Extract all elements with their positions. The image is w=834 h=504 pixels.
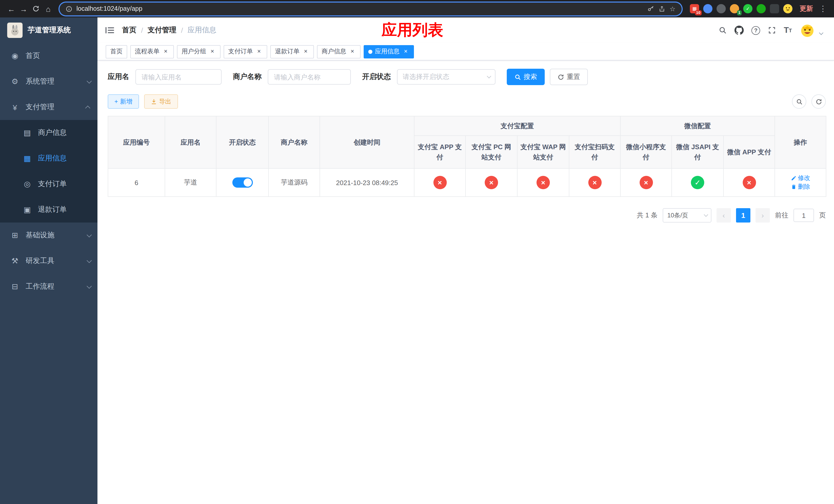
status-toggle[interactable]	[232, 177, 253, 188]
extension-icon-red[interactable]: ▦ 10	[690, 4, 699, 13]
app-name-label: 应用名	[108, 72, 129, 82]
search-icon	[796, 98, 803, 105]
sidebar-item-workflow[interactable]: ⊟ 工作流程	[0, 274, 97, 299]
close-icon[interactable]: ×	[209, 48, 216, 55]
tab-app-info[interactable]: 应用信息 ×	[364, 45, 414, 58]
close-icon[interactable]: ×	[162, 48, 169, 55]
bookmark-star-icon[interactable]: ☆	[670, 5, 676, 13]
search-button[interactable]: 搜索	[507, 69, 545, 85]
sidebar-item-merchant-info[interactable]: ▤ 商户信息	[0, 120, 97, 145]
group-alipay: 支付宝配置	[414, 116, 620, 136]
export-button[interactable]: 导出	[144, 94, 178, 109]
github-icon[interactable]	[734, 26, 744, 35]
active-dot	[368, 49, 372, 53]
close-icon[interactable]: ×	[402, 48, 409, 55]
merchant-name-label: 商户名称	[233, 72, 262, 82]
sidebar-item-refund-orders[interactable]: ▣ 退款订单	[0, 197, 97, 223]
url-text: localhost:1024/pay/app	[76, 5, 643, 12]
col-merchant: 商户名称	[268, 116, 320, 168]
tab-home[interactable]: 首页	[106, 45, 127, 58]
yen-icon: ¥	[10, 103, 20, 112]
col-alipay-app: 支付宝 APP 支付	[414, 136, 465, 168]
extension-icon-chat[interactable]	[756, 4, 766, 13]
page-number-1[interactable]: 1	[736, 208, 750, 223]
add-button[interactable]: + 新增	[108, 94, 139, 109]
cell-app-id: 6	[108, 168, 165, 197]
logo[interactable]: 芋道管理系统	[0, 18, 97, 43]
extension-icon-green-circle[interactable]: ✓	[743, 4, 752, 13]
font-size-icon[interactable]: TT	[784, 26, 792, 35]
sidebar-item-home[interactable]: ◉ 首页	[0, 43, 97, 69]
delete-link[interactable]: 删除	[791, 183, 810, 191]
extension-badge: 10	[695, 10, 702, 15]
app-name-input[interactable]	[135, 69, 222, 85]
breadcrumb-payment[interactable]: 支付管理	[148, 26, 176, 35]
refresh-button[interactable]	[811, 94, 826, 109]
col-alipay-pc: 支付宝 PC 网站支付	[465, 136, 517, 168]
status-select[interactable]: 请选择开启状态	[397, 69, 496, 85]
fullscreen-icon[interactable]	[768, 26, 776, 35]
prev-page-button[interactable]: ‹	[717, 208, 731, 223]
edit-link[interactable]: 修改	[791, 174, 810, 183]
avatar[interactable]	[799, 23, 815, 38]
total-count: 共 1 条	[637, 211, 658, 220]
config-status-icon: ×	[639, 176, 653, 189]
extension-avatar-icon[interactable]: 1	[730, 4, 739, 13]
share-icon[interactable]	[659, 5, 665, 12]
browser-menu-icon[interactable]: ⋮	[817, 4, 829, 13]
sidebar-item-dev-tools[interactable]: ⚒ 研发工具	[0, 248, 97, 274]
chevron-down-icon	[487, 74, 491, 78]
download-icon	[151, 98, 157, 105]
tab-process-form[interactable]: 流程表单 ×	[130, 45, 174, 58]
aim-icon: ◎	[23, 180, 32, 189]
forward-icon[interactable]: →	[18, 3, 30, 15]
reset-button[interactable]: 重置	[550, 69, 588, 85]
col-wechat-jsapi: 微信 JSAPI 支付	[672, 136, 723, 168]
table-row: 6 芋道 芋道源码 2021-10-23 08:49:25 × × × × × …	[108, 168, 826, 197]
hamburger-icon[interactable]	[97, 26, 122, 35]
extension-icon-gray[interactable]	[717, 4, 726, 13]
close-icon[interactable]: ×	[302, 48, 309, 55]
col-app-name: 应用名	[165, 116, 216, 168]
extension-emoji-icon[interactable]	[783, 4, 792, 13]
reload-icon[interactable]	[30, 3, 42, 15]
address-bar[interactable]: localhost:1024/pay/app ☆	[60, 2, 682, 15]
extensions-puzzle-icon[interactable]	[770, 4, 779, 13]
close-icon[interactable]: ×	[349, 48, 356, 55]
password-key-icon[interactable]	[648, 5, 655, 12]
next-page-button[interactable]: ›	[755, 208, 770, 223]
group-wechat: 微信配置	[620, 116, 775, 136]
pencil-icon	[791, 175, 796, 181]
back-icon[interactable]: ←	[5, 3, 18, 15]
tab-refund-orders[interactable]: 退款订单 ×	[270, 45, 314, 58]
site-info-icon[interactable]	[66, 5, 72, 12]
sidebar-item-infrastructure[interactable]: ⊞ 基础设施	[0, 223, 97, 248]
sidebar-item-system[interactable]: ⚙ 系统管理	[0, 69, 97, 94]
browser-update-button[interactable]: 更新	[795, 4, 817, 13]
tab-pay-orders[interactable]: 支付订单 ×	[224, 45, 267, 58]
sidebar-item-pay-orders[interactable]: ◎ 支付订单	[0, 171, 97, 197]
show-search-button[interactable]	[792, 94, 806, 109]
page-size-select[interactable]: 10条/页	[663, 208, 711, 223]
extension-icon-blue[interactable]	[703, 4, 712, 13]
card-icon: ▤	[23, 128, 32, 137]
breadcrumb-home[interactable]: 首页	[122, 26, 136, 35]
help-icon[interactable]: ?	[751, 26, 760, 35]
sidebar-item-payment[interactable]: ¥ 支付管理	[0, 94, 97, 120]
content: 应用名 商户名称 开启状态 请选择开启状态 搜索 重置	[97, 61, 834, 504]
workflow-icon: ⊟	[10, 282, 20, 291]
sidebar-item-app-info[interactable]: ▦ 应用信息	[0, 145, 97, 171]
home-icon[interactable]: ⌂	[42, 3, 54, 15]
tab-merchant-info[interactable]: 商户信息 ×	[317, 45, 360, 58]
breadcrumb-current: 应用信息	[188, 26, 216, 35]
chevron-down-icon[interactable]	[819, 31, 824, 35]
config-status-icon: ×	[485, 176, 498, 189]
merchant-name-input[interactable]	[268, 69, 351, 85]
chevron-down-icon	[87, 283, 92, 289]
refresh-icon	[815, 98, 822, 105]
close-icon[interactable]: ×	[256, 48, 263, 55]
search-icon[interactable]	[719, 26, 727, 35]
goto-page-input[interactable]	[793, 209, 814, 222]
tab-user-group[interactable]: 用户分组 ×	[177, 45, 221, 58]
document-icon: ▣	[23, 205, 32, 214]
